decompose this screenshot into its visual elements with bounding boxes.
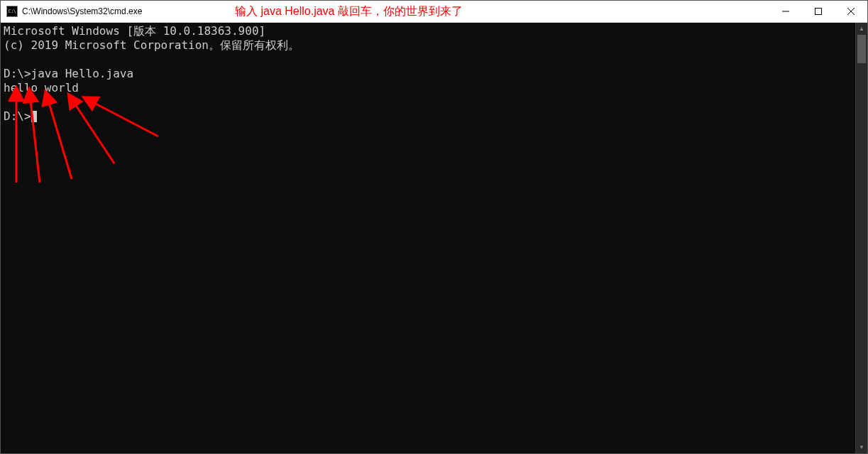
terminal-area: Microsoft Windows [版本 10.0.18363.900] (c… — [1, 23, 867, 453]
close-icon — [847, 8, 855, 15]
window-controls — [769, 1, 867, 22]
maximize-icon — [815, 8, 822, 15]
vertical-scrollbar[interactable]: ▲ ▼ — [855, 23, 867, 453]
terminal-content[interactable]: Microsoft Windows [版本 10.0.18363.900] (c… — [1, 23, 855, 453]
close-button[interactable] — [835, 1, 867, 22]
cmd-window: C:\ C:\Windows\System32\cmd.exe 输入 java … — [0, 0, 868, 454]
cursor — [31, 111, 37, 122]
terminal-line: D:\>java Hello.java — [4, 67, 133, 80]
scroll-up-icon[interactable]: ▲ — [856, 23, 867, 35]
terminal-line: hello world — [4, 81, 79, 94]
svg-line-7 — [49, 103, 72, 179]
terminal-line: Microsoft Windows [版本 10.0.18363.900] — [4, 24, 265, 38]
terminal-line: (c) 2019 Microsoft Corporation。保留所有权利。 — [4, 38, 300, 52]
minimize-icon — [782, 8, 789, 15]
annotation-text: 输入 java Hello.java 敲回车，你的世界到来了 — [235, 4, 463, 19]
cmd-icon: C:\ — [6, 6, 18, 17]
cmd-icon-text: C:\ — [8, 9, 16, 14]
minimize-button[interactable] — [769, 1, 802, 22]
scrollbar-thumb[interactable] — [857, 35, 866, 63]
terminal-prompt: D:\> — [4, 109, 31, 123]
svg-rect-1 — [815, 9, 822, 15]
window-title: C:\Windows\System32\cmd.exe — [22, 6, 142, 16]
maximize-button[interactable] — [802, 1, 835, 22]
svg-line-9 — [94, 103, 158, 136]
scroll-down-icon[interactable]: ▼ — [856, 441, 867, 453]
svg-line-8 — [75, 104, 114, 163]
titlebar[interactable]: C:\ C:\Windows\System32\cmd.exe 输入 java … — [1, 1, 867, 23]
